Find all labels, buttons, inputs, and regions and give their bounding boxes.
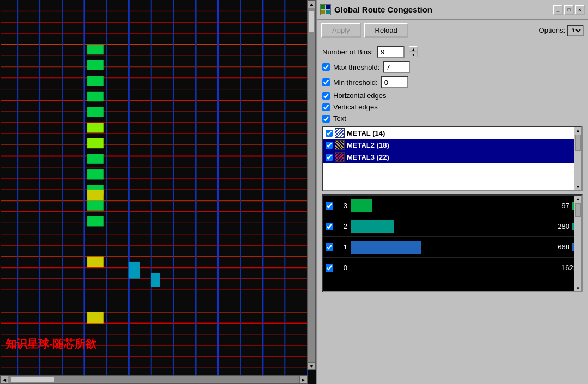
vertical-edges-label: Vertical edges bbox=[333, 103, 378, 111]
close-button[interactable]: × bbox=[575, 5, 585, 15]
bins-scroll-down[interactable]: ▼ bbox=[575, 285, 581, 291]
metal-list-scrollbar[interactable]: ▲ ▼ bbox=[574, 127, 581, 190]
chip-layout-panel: 知识星球-随芯所欲 ▲ ▼ ◀ ▶ bbox=[0, 0, 316, 384]
svg-rect-49 bbox=[87, 60, 104, 70]
title-text: Global Route Congestion bbox=[334, 5, 432, 14]
horizontal-edges-checkbox[interactable] bbox=[322, 92, 330, 100]
num-bins-input[interactable] bbox=[377, 46, 405, 58]
metal-checkbox[interactable] bbox=[326, 154, 333, 161]
bin-number: 2 bbox=[336, 222, 347, 230]
title-bar: Global Route Congestion _ □ × bbox=[317, 0, 588, 20]
watermark: 知识星球-随芯所欲 bbox=[5, 337, 96, 351]
metal-checkbox[interactable] bbox=[326, 130, 333, 137]
scroll-h-thumb[interactable] bbox=[11, 376, 54, 383]
svg-rect-48 bbox=[87, 45, 104, 54]
metal-scroll-up[interactable]: ▲ bbox=[575, 127, 581, 133]
svg-rect-63 bbox=[129, 262, 140, 279]
chip-canvas bbox=[0, 0, 316, 384]
bin-number: 3 bbox=[336, 202, 347, 210]
bin-row[interactable]: 2280 bbox=[323, 216, 581, 237]
spinner-up[interactable]: ▲ bbox=[409, 46, 418, 52]
metal-item[interactable]: METAL (14) bbox=[323, 127, 581, 139]
svg-rect-62 bbox=[87, 312, 104, 323]
bin-row[interactable]: 01622 bbox=[323, 258, 581, 278]
num-bins-label: Number of Bins: bbox=[322, 48, 373, 56]
minimize-button[interactable]: _ bbox=[553, 5, 563, 15]
bin-bar-container bbox=[351, 220, 542, 233]
bin-bar bbox=[351, 220, 394, 233]
svg-rect-58 bbox=[87, 200, 104, 210]
bin-bar-container bbox=[351, 199, 542, 212]
bin-row[interactable]: 1668 bbox=[323, 237, 581, 258]
right-panel: Global Route Congestion _ □ × Apply Relo… bbox=[316, 0, 588, 384]
min-threshold-input[interactable] bbox=[381, 76, 408, 88]
bin-checkbox[interactable] bbox=[326, 243, 333, 251]
max-threshold-checkbox[interactable] bbox=[322, 63, 330, 71]
svg-rect-70 bbox=[326, 10, 330, 14]
horizontal-scrollbar-left[interactable]: ◀ ▶ bbox=[0, 375, 308, 384]
bins-scroll-up[interactable]: ▲ bbox=[575, 196, 581, 202]
app-icon bbox=[320, 4, 331, 15]
vertical-edges-checkbox[interactable] bbox=[322, 103, 330, 111]
metal-swatch bbox=[335, 128, 345, 138]
max-threshold-input[interactable] bbox=[383, 61, 410, 73]
text-label: Text bbox=[333, 114, 346, 123]
bins-list: 3972280166801622 ▲ ▼ bbox=[322, 194, 583, 292]
scroll-right-arrow[interactable]: ▶ bbox=[299, 376, 307, 383]
svg-rect-56 bbox=[87, 169, 104, 179]
min-threshold-label: Min threshold: bbox=[333, 78, 378, 87]
svg-rect-59 bbox=[87, 216, 104, 226]
metal-list: METAL (14)METAL2 (18)METAL3 (22) ▲ ▼ bbox=[322, 126, 583, 191]
svg-rect-68 bbox=[326, 5, 330, 9]
metal-item[interactable]: METAL3 (22) bbox=[323, 151, 581, 163]
metal-checkbox[interactable] bbox=[326, 142, 333, 149]
svg-rect-67 bbox=[321, 5, 325, 9]
bin-bar bbox=[351, 241, 421, 254]
spinner-down[interactable]: ▼ bbox=[409, 52, 418, 57]
apply-button[interactable]: Apply bbox=[321, 23, 361, 38]
bin-checkbox[interactable] bbox=[326, 202, 333, 210]
text-row: Text bbox=[322, 114, 583, 123]
bin-value: 1622 bbox=[550, 264, 577, 272]
restore-button[interactable]: □ bbox=[564, 5, 574, 15]
svg-rect-51 bbox=[87, 92, 104, 101]
scroll-up-arrow[interactable]: ▲ bbox=[308, 1, 315, 8]
window-controls: _ □ × bbox=[553, 5, 585, 15]
bin-checkbox[interactable] bbox=[326, 223, 333, 230]
bin-number: 0 bbox=[336, 264, 347, 272]
bins-scrollbar[interactable]: ▲ ▼ bbox=[574, 196, 581, 291]
scroll-down-arrow[interactable]: ▼ bbox=[308, 362, 315, 370]
metal-swatch bbox=[335, 152, 345, 162]
svg-rect-53 bbox=[87, 123, 104, 132]
toolbar-options: Options: ▼ bbox=[539, 25, 584, 36]
options-dropdown[interactable]: ▼ bbox=[567, 25, 584, 36]
reload-button[interactable]: Reload bbox=[364, 23, 408, 38]
svg-rect-61 bbox=[87, 257, 104, 267]
scroll-left-arrow[interactable]: ◀ bbox=[1, 376, 8, 383]
svg-rect-54 bbox=[87, 138, 104, 148]
metal-list-rows: METAL (14)METAL2 (18)METAL3 (22) bbox=[323, 127, 581, 163]
svg-rect-64 bbox=[151, 273, 160, 287]
bin-row[interactable]: 397 bbox=[323, 196, 581, 216]
scroll-thumb[interactable] bbox=[308, 11, 315, 33]
bin-bar-container bbox=[351, 241, 542, 254]
vertical-edges-row: Vertical edges bbox=[322, 103, 583, 111]
horizontal-edges-row: Horizontal edges bbox=[322, 92, 583, 100]
max-threshold-row: Max threshold: bbox=[322, 61, 583, 73]
bins-rows: 3972280166801622 bbox=[323, 196, 581, 278]
svg-rect-60 bbox=[87, 190, 104, 200]
min-threshold-checkbox[interactable] bbox=[322, 78, 330, 86]
metal-scroll-down[interactable]: ▼ bbox=[575, 184, 581, 190]
bin-value: 668 bbox=[542, 243, 569, 251]
text-checkbox[interactable] bbox=[322, 115, 330, 123]
metal-item[interactable]: METAL2 (18) bbox=[323, 139, 581, 151]
bin-bar bbox=[351, 199, 372, 212]
bins-scroll-thumb[interactable] bbox=[575, 203, 581, 217]
metal-label: METAL2 (18) bbox=[347, 141, 389, 149]
options-label: Options: bbox=[539, 26, 565, 34]
metal-scroll-thumb[interactable] bbox=[575, 135, 581, 151]
metal-label: METAL3 (22) bbox=[347, 153, 389, 161]
bin-checkbox[interactable] bbox=[326, 264, 333, 272]
vertical-scrollbar-left[interactable]: ▲ ▼ bbox=[307, 0, 316, 370]
horizontal-edges-label: Horizontal edges bbox=[333, 92, 387, 100]
